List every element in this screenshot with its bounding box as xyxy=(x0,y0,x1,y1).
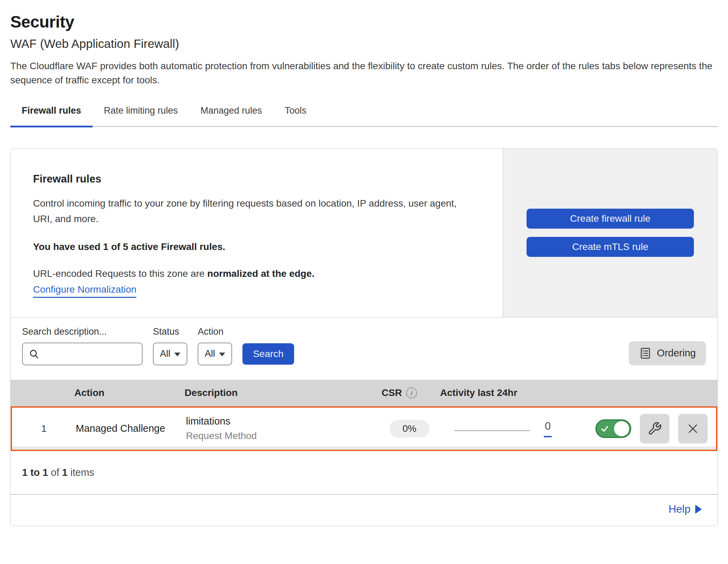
rule-description: limitations xyxy=(186,416,380,427)
ordering-button[interactable]: Ordering xyxy=(629,341,706,365)
activity-sparkline xyxy=(454,430,530,431)
close-icon xyxy=(686,422,700,436)
delete-rule-button[interactable] xyxy=(678,414,708,443)
chevron-down-icon xyxy=(219,353,225,356)
action-filter-group: Action All xyxy=(198,326,232,365)
rule-csr-cell: 0% xyxy=(380,420,439,438)
activity-column-header: Activity last 24hr xyxy=(440,387,597,398)
action-label: Action xyxy=(198,326,232,337)
tab-managed-rules[interactable]: Managed rules xyxy=(189,104,273,127)
footer-of: of xyxy=(51,467,59,478)
overview-description: Control incoming traffic to your zone by… xyxy=(33,196,474,227)
waf-tab-bar: Firewall rules Rate limiting rules Manag… xyxy=(10,104,718,127)
search-icon xyxy=(28,348,40,360)
footer-range: 1 to 1 xyxy=(22,467,48,478)
tab-rate-limiting-rules[interactable]: Rate limiting rules xyxy=(93,104,189,127)
activity-count-link[interactable]: 0 xyxy=(544,420,552,437)
rule-controls xyxy=(595,414,716,443)
actions-side-panel: Create firewall rule Create mTLS rule xyxy=(503,149,717,317)
configure-normalization-link[interactable]: Configure Normalization xyxy=(33,284,136,298)
firewall-rules-overview: Firewall rules Control incoming traffic … xyxy=(11,149,717,317)
status-select[interactable]: All xyxy=(153,343,187,365)
footer-total: 1 xyxy=(62,467,67,478)
ordering-list-icon xyxy=(639,347,652,359)
page-description: The Cloudflare WAF provides both automat… xyxy=(10,59,718,87)
info-icon[interactable]: i xyxy=(406,387,417,398)
csr-header-label: CSR xyxy=(382,387,402,398)
action-select[interactable]: All xyxy=(198,343,232,365)
overview-text-panel: Firewall rules Control incoming traffic … xyxy=(11,149,503,317)
page-subtitle: WAF (Web Application Firewall) xyxy=(10,37,718,51)
usage-text: You have used 1 of 5 active Firewall rul… xyxy=(33,241,480,252)
action-select-value: All xyxy=(205,348,215,359)
search-filter-group: Search description... xyxy=(22,326,143,365)
create-firewall-rule-button[interactable]: Create firewall rule xyxy=(527,209,694,229)
status-filter-group: Status All xyxy=(153,326,187,365)
search-button[interactable]: Search xyxy=(242,343,294,365)
normalization-text: URL-encoded Requests to this zone are no… xyxy=(33,268,480,279)
help-bar: Help xyxy=(11,494,717,526)
filters-bar: Search description... Status All Action xyxy=(11,317,717,380)
page-title: Security xyxy=(10,12,718,31)
table-header: Action Description CSR i Activity last 2… xyxy=(11,380,717,406)
toggle-knob xyxy=(614,421,629,436)
footer-items: items xyxy=(70,467,94,478)
search-description-label: Search description... xyxy=(22,326,143,337)
csr-badge: 0% xyxy=(389,420,429,438)
rule-description-cell: limitations Request Method xyxy=(186,416,380,441)
status-label: Status xyxy=(153,326,187,337)
security-waf-page: Security WAF (Web Application Firewall) … xyxy=(0,0,728,526)
wrench-icon xyxy=(647,421,662,436)
rule-priority: 1 xyxy=(12,423,76,434)
create-mtls-rule-button[interactable]: Create mTLS rule xyxy=(527,237,694,257)
status-select-value: All xyxy=(160,348,170,359)
description-column-header: Description xyxy=(185,387,382,398)
edit-rule-button[interactable] xyxy=(640,414,669,443)
table-footer: 1 to 1 of 1 items xyxy=(11,451,717,494)
overview-heading: Firewall rules xyxy=(33,173,480,185)
search-description-field[interactable] xyxy=(22,343,143,365)
action-column-header: Action xyxy=(74,387,185,398)
search-description-input[interactable] xyxy=(44,348,136,359)
check-icon xyxy=(600,424,609,433)
help-link[interactable]: Help xyxy=(668,503,702,515)
tab-tools[interactable]: Tools xyxy=(273,104,318,127)
firewall-rule-row: 1 Managed Challenge limitations Request … xyxy=(11,406,717,451)
help-link-label: Help xyxy=(668,503,690,515)
rule-activity-cell: 0 xyxy=(439,420,595,437)
rule-match-field: Request Method xyxy=(186,430,380,441)
table-horizontal-scrollbar[interactable] xyxy=(12,447,716,450)
rule-enabled-toggle[interactable] xyxy=(595,419,631,438)
normalization-prefix: URL-encoded Requests to this zone are xyxy=(33,268,205,279)
csr-column-header: CSR i xyxy=(382,387,440,398)
firewall-rules-card: Firewall rules Control incoming traffic … xyxy=(10,148,718,526)
rule-action: Managed Challenge xyxy=(76,423,186,434)
ordering-button-label: Ordering xyxy=(657,347,696,359)
normalization-bold: normalized at the edge. xyxy=(207,268,314,279)
chevron-down-icon xyxy=(174,353,180,356)
tab-firewall-rules[interactable]: Firewall rules xyxy=(10,104,93,127)
arrow-right-icon xyxy=(695,505,702,514)
